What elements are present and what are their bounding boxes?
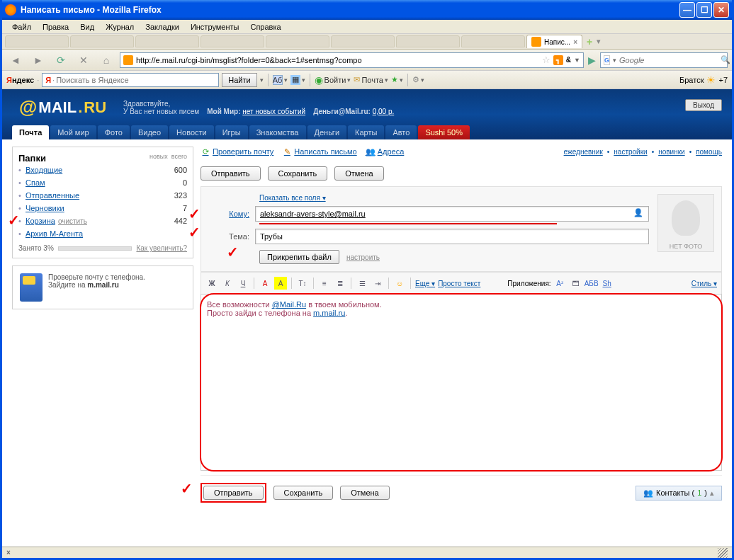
- tab-ghost[interactable]: [201, 35, 264, 47]
- engine-dropdown-icon[interactable]: ▾: [613, 57, 616, 64]
- tab-promo[interactable]: Sushi 50%: [418, 125, 470, 139]
- tab-photo[interactable]: Фото: [98, 125, 130, 139]
- bgcolor-button[interactable]: A: [274, 277, 287, 290]
- url-dropdown-icon[interactable]: ▼: [574, 57, 580, 64]
- bold-button[interactable]: Ж: [205, 277, 218, 290]
- url-bar[interactable]: ☆ ┓ & ▼: [120, 52, 584, 68]
- maximize-button[interactable]: ☐: [696, 2, 712, 18]
- attach-button[interactable]: Прикрепить файл: [259, 250, 339, 264]
- tab-ghost[interactable]: [331, 35, 395, 47]
- quota-increase-link[interactable]: Как увеличить?: [136, 244, 187, 252]
- mailru-logo[interactable]: @ MAIL . RU: [12, 93, 113, 121]
- tab-myworld[interactable]: Мой мир: [50, 125, 96, 139]
- yandex-find-dropdown[interactable]: ▾: [260, 76, 264, 84]
- app-spell-button[interactable]: Aᶻ: [554, 277, 567, 290]
- folder-trash[interactable]: •Корзинаочистить442: [18, 215, 187, 227]
- tab-money[interactable]: Деньги: [307, 125, 347, 139]
- list-button[interactable]: ☰: [356, 277, 368, 290]
- emoji-button[interactable]: ☺: [393, 277, 406, 290]
- tab-ghost[interactable]: [5, 35, 69, 47]
- tab-news[interactable]: Новости: [169, 125, 214, 139]
- tab-mail[interactable]: Почта: [12, 125, 49, 139]
- menu-bookmarks[interactable]: Закладки: [140, 21, 185, 33]
- addressbook-icon[interactable]: 👤: [633, 208, 645, 219]
- close-button[interactable]: ✕: [713, 2, 729, 18]
- attach-settings-link[interactable]: настроить: [346, 253, 380, 261]
- indent-button[interactable]: ⇥: [371, 277, 384, 290]
- save-button-top[interactable]: Сохранить: [268, 166, 328, 181]
- yandex-search-input[interactable]: [56, 76, 215, 84]
- check-mail-link[interactable]: ⟳Проверить почту: [201, 147, 273, 156]
- tab-ghost[interactable]: [135, 35, 199, 47]
- folder-sent[interactable]: •Отправленные323: [18, 189, 187, 202]
- forward-button[interactable]: ►: [29, 52, 47, 69]
- show-all-fields-link[interactable]: Показать все поля ▾: [259, 194, 713, 202]
- align-button[interactable]: ≣: [334, 277, 346, 290]
- tab-ghost[interactable]: [70, 35, 134, 47]
- yandex-search[interactable]: Я ·: [42, 73, 219, 87]
- send-button-bottom[interactable]: Отправить: [203, 486, 264, 500]
- plaintext-link[interactable]: Просто текст: [438, 280, 480, 287]
- money-link[interactable]: 0,00 р.: [373, 108, 395, 115]
- menu-tools[interactable]: Инструменты: [185, 21, 245, 33]
- more-link[interactable]: Еще ▾: [415, 280, 435, 287]
- align-left-button[interactable]: ≡: [318, 277, 331, 290]
- editor-link[interactable]: @Mail.Ru: [272, 300, 306, 309]
- yandex-widget-button[interactable]: ▦▾: [290, 75, 305, 85]
- yandex-bookmark-button[interactable]: ★▾: [391, 75, 403, 84]
- app-sh-button[interactable]: Sh: [601, 277, 614, 290]
- go-button[interactable]: ▶: [588, 55, 596, 66]
- tab-games[interactable]: Игры: [215, 125, 248, 139]
- send-button-top[interactable]: Отправить: [201, 166, 261, 181]
- stop-button[interactable]: ✕: [74, 52, 93, 69]
- tab-dating[interactable]: Знакомства: [249, 125, 306, 139]
- tab-ghost[interactable]: [396, 35, 460, 47]
- folder-inbox[interactable]: •Входящие600: [18, 164, 187, 176]
- tab-close-icon[interactable]: ×: [573, 38, 577, 46]
- my-world-link[interactable]: нет новых событий: [242, 108, 305, 115]
- editor-link[interactable]: m.mail.ru: [313, 309, 345, 317]
- rss-icon[interactable]: ┓: [553, 55, 563, 65]
- yandex-login-button[interactable]: ◉Войти▾: [315, 74, 351, 86]
- menu-file[interactable]: Файл: [6, 21, 37, 33]
- cancel-button-top[interactable]: Отмена: [334, 166, 383, 181]
- menu-edit[interactable]: Правка: [37, 21, 74, 33]
- search-box[interactable]: G ▾ 🔍: [600, 52, 728, 68]
- search-go-icon[interactable]: 🔍: [721, 55, 730, 64]
- app-card-button[interactable]: 🗔: [570, 277, 582, 290]
- bookmark-star-icon[interactable]: ☆: [542, 55, 550, 65]
- compose-link[interactable]: ✎Написать письмо: [282, 147, 356, 156]
- minimize-button[interactable]: —: [679, 2, 695, 18]
- new-tab-button[interactable]: +: [584, 36, 595, 47]
- folder-spam[interactable]: •Спам0: [18, 176, 187, 189]
- settings-link[interactable]: настройки: [614, 148, 647, 156]
- italic-button[interactable]: К: [221, 277, 234, 290]
- app-translit-button[interactable]: АБВ: [585, 277, 598, 290]
- tab-ghost[interactable]: [266, 35, 329, 47]
- diary-link[interactable]: ежедневник: [564, 148, 603, 156]
- menu-view[interactable]: Вид: [74, 21, 100, 33]
- save-button-bottom[interactable]: Сохранить: [273, 486, 334, 500]
- news-link[interactable]: новинки: [658, 148, 684, 156]
- url-input[interactable]: [136, 56, 539, 64]
- tab-list-button[interactable]: ▾: [597, 37, 601, 46]
- google-icon[interactable]: G: [604, 55, 610, 65]
- folder-drafts[interactable]: •Черновики7: [18, 202, 187, 215]
- color-button[interactable]: A: [259, 277, 271, 290]
- cancel-button-bottom[interactable]: Отмена: [340, 486, 389, 500]
- contacts-link[interactable]: 👥Адреса: [366, 147, 405, 156]
- tab-video[interactable]: Видео: [131, 125, 168, 139]
- tab-maps[interactable]: Карты: [348, 125, 384, 139]
- underline-button[interactable]: Ч: [237, 277, 249, 290]
- yandex-logo[interactable]: ЯЯндексндекс: [6, 76, 34, 84]
- to-input[interactable]: [255, 206, 649, 222]
- subject-input[interactable]: [255, 229, 649, 244]
- url-misc-icon[interactable]: &: [566, 56, 571, 64]
- menu-history[interactable]: Журнал: [100, 21, 140, 33]
- message-editor[interactable]: Все возможности @Mail.Ru в твоем мобильн…: [201, 294, 722, 471]
- menu-help[interactable]: Справка: [244, 21, 286, 33]
- style-link[interactable]: Стиль ▾: [691, 280, 717, 287]
- yandex-city[interactable]: Братск: [679, 76, 704, 84]
- search-input[interactable]: [619, 56, 718, 64]
- to-label[interactable]: Кому:: [210, 210, 249, 218]
